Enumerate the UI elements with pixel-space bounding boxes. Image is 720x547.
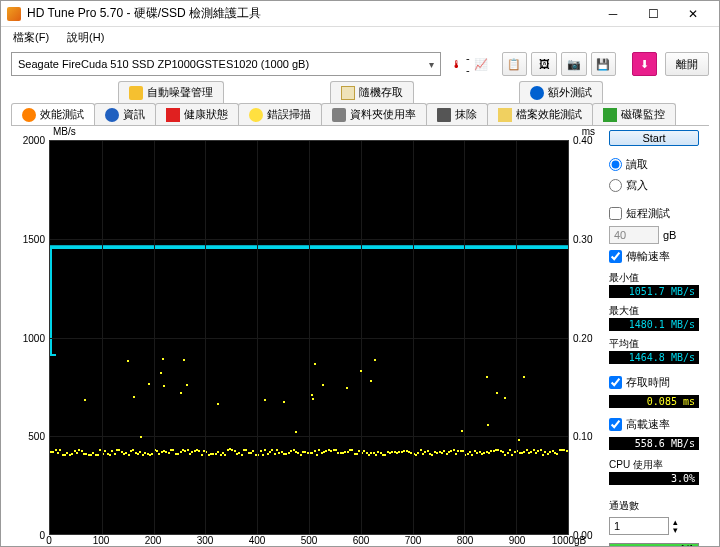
max-value: 1480.1 MB/s	[609, 318, 699, 331]
device-selected: Seagate FireCuda 510 SSD ZP1000GSTES1020…	[18, 58, 309, 70]
save-button[interactable]: 💾	[591, 52, 617, 76]
chart-area: MB/s ms 2000150010005000 0.400.300.200.1…	[21, 128, 599, 547]
database-icon	[332, 108, 346, 122]
tab-random-access[interactable]: 隨機存取	[330, 81, 414, 103]
plot-canvas	[49, 140, 569, 535]
tab-info[interactable]: 資訊	[94, 103, 156, 125]
menu-file[interactable]: 檔案(F)	[5, 28, 57, 47]
write-radio[interactable]: 寫入	[609, 177, 699, 194]
temp-graph-icon: 📈	[474, 58, 488, 71]
tab-benchmark[interactable]: 效能測試	[11, 103, 95, 125]
camera-button[interactable]: 📷	[561, 52, 587, 76]
folder-icon	[498, 108, 512, 122]
start-button[interactable]: Start	[609, 130, 699, 146]
temperature-value: --	[466, 52, 470, 76]
tab-disk-monitor[interactable]: 磁碟監控	[592, 103, 676, 125]
exit-button[interactable]: 離開	[665, 52, 709, 76]
avg-value: 1464.8 MB/s	[609, 351, 699, 364]
tab-health[interactable]: 健康狀態	[155, 103, 239, 125]
close-button[interactable]: ✕	[673, 2, 713, 26]
gauge-icon	[22, 108, 36, 122]
circle-icon	[530, 86, 544, 100]
minimize-button[interactable]: ─	[593, 2, 633, 26]
progress-bar: 1/1	[609, 543, 699, 547]
tab-noise[interactable]: 自動噪聲管理	[118, 81, 224, 103]
device-dropdown[interactable]: Seagate FireCuda 510 SSD ZP1000GSTES1020…	[11, 52, 441, 76]
tab-erase[interactable]: 抹除	[426, 103, 488, 125]
trash-icon	[437, 108, 451, 122]
disk-icon	[603, 108, 617, 122]
window-title: HD Tune Pro 5.70 - 硬碟/SSD 檢測維護工具	[27, 5, 593, 22]
maximize-button[interactable]: ☐	[633, 2, 673, 26]
app-icon	[7, 7, 21, 21]
heart-icon	[166, 108, 180, 122]
thermometer-icon: 🌡	[451, 58, 462, 70]
pass-stepper[interactable]: ▴▾	[673, 518, 678, 534]
copy-button[interactable]: 📋	[502, 52, 528, 76]
speaker-icon	[129, 86, 143, 100]
menu-help[interactable]: 說明(H)	[59, 28, 112, 47]
access-value: 0.085 ms	[609, 395, 699, 408]
magnifier-icon	[249, 108, 263, 122]
transfer-rate-check[interactable]: 傳輸速率	[609, 248, 699, 265]
burst-value: 558.6 MB/s	[609, 437, 699, 450]
burst-rate-check[interactable]: 高載速率	[609, 416, 699, 433]
pass-input[interactable]	[609, 517, 669, 535]
short-test-size	[609, 226, 659, 244]
info-icon	[105, 108, 119, 122]
tab-file-benchmark[interactable]: 檔案效能測試	[487, 103, 593, 125]
access-time-check[interactable]: 存取時間	[609, 374, 699, 391]
transfer-line-dip	[50, 246, 56, 356]
read-radio[interactable]: 讀取	[609, 156, 699, 173]
y-left-unit: MB/s	[53, 126, 76, 137]
chevron-down-icon: ▾	[429, 59, 434, 70]
short-test-check[interactable]: 短程測試	[609, 205, 699, 222]
min-value: 1051.7 MB/s	[609, 285, 699, 298]
file-icon	[341, 86, 355, 100]
screenshot-button[interactable]: 🖼	[531, 52, 557, 76]
tab-extra-tests[interactable]: 額外測試	[519, 81, 603, 103]
tab-folder-usage[interactable]: 資料夾使用率	[321, 103, 427, 125]
tab-error-scan[interactable]: 錯誤掃描	[238, 103, 322, 125]
cpu-value: 3.0%	[609, 472, 699, 485]
down-arrow-button[interactable]: ⬇	[632, 52, 658, 76]
